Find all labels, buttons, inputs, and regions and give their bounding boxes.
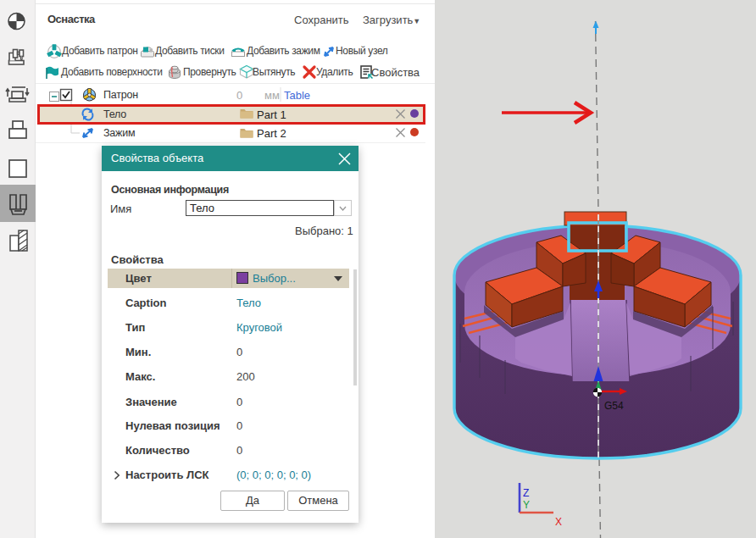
- svg-text:G54: G54: [604, 400, 624, 412]
- svg-text:Y: Y: [523, 499, 530, 511]
- svg-text:X: X: [555, 516, 562, 528]
- svg-text:Z: Z: [523, 487, 529, 499]
